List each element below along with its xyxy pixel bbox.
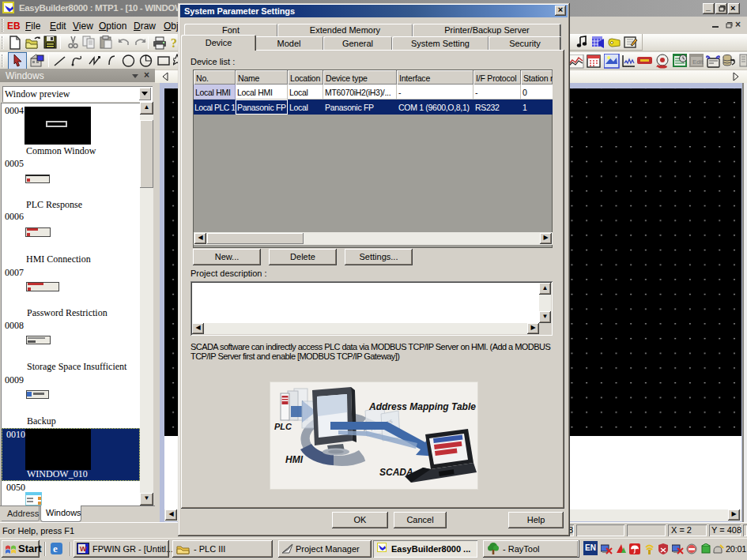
svg-text:?: ? (171, 36, 177, 50)
svg-text:e: e (53, 543, 58, 554)
svg-text:PLC: PLC (274, 422, 292, 431)
svg-text:Address Mapping Table: Address Mapping Table (368, 401, 476, 412)
svg-text:Edit: Edit (692, 58, 704, 66)
svg-text:HMI: HMI (285, 454, 304, 465)
